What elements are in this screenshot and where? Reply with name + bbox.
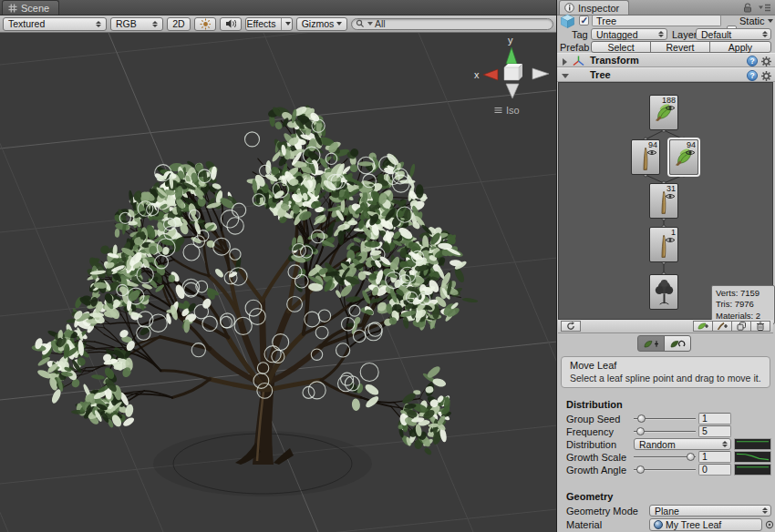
- active-checkbox[interactable]: [579, 15, 589, 26]
- lock-icon[interactable]: [743, 3, 752, 13]
- refresh-button[interactable]: [561, 321, 581, 332]
- growth-angle-slider[interactable]: [634, 464, 696, 476]
- layer-value: Default: [701, 29, 731, 40]
- foldout-open-icon[interactable]: [562, 74, 569, 78]
- tree-component-header[interactable]: Tree ?: [557, 67, 775, 82]
- branch-group-node-mid[interactable]: 94: [631, 139, 660, 175]
- gizmo-x-axis-cone[interactable]: [483, 69, 498, 80]
- dropdown-arrows-icon: [762, 507, 768, 514]
- speaker-icon: [225, 18, 236, 29]
- layer-dropdown[interactable]: Default: [696, 28, 771, 40]
- help-icon[interactable]: ?: [747, 56, 758, 66]
- material-row: Material My Tree Leaf: [557, 518, 775, 531]
- tree-hierarchy-editor[interactable]: 188 94: [558, 82, 773, 320]
- prefab-revert-button[interactable]: Revert: [650, 41, 710, 53]
- prefab-apply-button[interactable]: Apply: [709, 41, 771, 53]
- 2d-toggle-label: 2D: [172, 18, 184, 29]
- gizmo-projection-toggle[interactable]: Iso: [494, 105, 520, 116]
- growth-scale-slider[interactable]: [634, 451, 696, 463]
- foldout-closed-icon[interactable]: [563, 58, 567, 66]
- add-leaf-group-button[interactable]: [693, 321, 713, 332]
- node-count: 1: [671, 228, 676, 237]
- prefab-label: Prefab: [560, 42, 589, 53]
- tool-help-box: Move Leaf Select a leaf spline point and…: [561, 356, 770, 388]
- audio-toggle-button[interactable]: [220, 17, 242, 31]
- 2d-toggle-button[interactable]: 2D: [167, 17, 191, 31]
- dropdown-arrows-icon: [762, 31, 768, 37]
- gizmos-label: Gizmos: [302, 18, 335, 29]
- gear-icon[interactable]: [761, 56, 771, 66]
- gizmo-y-axis-cone[interactable]: [506, 47, 517, 64]
- transform-component-header[interactable]: Transform ?: [557, 53, 775, 67]
- panel-menu-icon[interactable]: [759, 4, 770, 12]
- tag-label: Tag: [572, 29, 588, 40]
- growth-angle-curve-preview[interactable]: [734, 464, 771, 476]
- search-icon: [356, 19, 366, 28]
- distribution-curve-preview[interactable]: [734, 438, 771, 450]
- tag-layer-row: Tag Untagged Layer Default: [557, 28, 775, 41]
- inspector-tab-label: Inspector: [578, 3, 619, 14]
- branch-group-node-31[interactable]: 31: [649, 183, 678, 219]
- eye-icon[interactable]: [665, 193, 676, 200]
- tree-title: Tree: [590, 69, 611, 80]
- frequency-slider[interactable]: [634, 425, 696, 437]
- lighting-toggle-button[interactable]: [194, 17, 216, 31]
- scene-search-input[interactable]: All: [351, 18, 553, 30]
- tab-scene[interactable]: Scene: [2, 0, 59, 15]
- group-seed-value[interactable]: 1: [698, 413, 731, 425]
- geometry-mode-value: Plane: [655, 506, 679, 517]
- tab-inspector[interactable]: Inspector: [559, 0, 629, 15]
- shading-mode-dropdown[interactable]: Textured: [3, 17, 107, 31]
- growth-scale-value[interactable]: 1: [698, 451, 731, 463]
- leaf-group-node-selected[interactable]: 94: [669, 139, 698, 175]
- static-dropdown-arrow-icon[interactable]: [768, 19, 773, 23]
- delete-node-button[interactable]: [750, 321, 770, 332]
- leaf-tool-buttons: [637, 335, 691, 352]
- prefab-select-button[interactable]: Select: [591, 41, 651, 53]
- effects-arrow-segment[interactable]: [281, 18, 291, 30]
- eye-icon[interactable]: [665, 237, 676, 243]
- orientation-gizmo[interactable]: y x: [467, 33, 556, 104]
- geometry-mode-dropdown[interactable]: Plane: [649, 505, 771, 517]
- eye-icon[interactable]: [685, 149, 696, 156]
- gizmo-cube-front[interactable]: [504, 67, 519, 80]
- duplicate-node-button[interactable]: [731, 321, 751, 332]
- frequency-value[interactable]: 5: [698, 425, 731, 437]
- render-channels-dropdown[interactable]: RGB: [110, 17, 163, 31]
- geometry-mode-row: Geometry Mode Plane: [557, 505, 775, 517]
- leaf-group-node-top[interactable]: 188: [649, 95, 678, 130]
- scene-viewport[interactable]: y x Iso: [0, 33, 556, 532]
- gizmos-dropdown[interactable]: Gizmos: [296, 17, 347, 31]
- gizmo-right-axis-cone[interactable]: [532, 68, 549, 79]
- group-seed-slider[interactable]: [634, 413, 696, 425]
- help-icon[interactable]: ?: [747, 70, 758, 81]
- tag-dropdown[interactable]: Untagged: [591, 28, 667, 40]
- gear-icon[interactable]: [761, 71, 771, 81]
- geometry-section-header: Geometry: [566, 491, 613, 502]
- growth-angle-value[interactable]: 0: [698, 464, 731, 476]
- material-object-field[interactable]: My Tree Leaf: [649, 518, 762, 531]
- branch-group-node-1[interactable]: 1: [649, 227, 678, 262]
- material-value: My Tree Leaf: [666, 519, 721, 530]
- layer-label: Layer: [672, 29, 698, 40]
- dropdown-arrows-icon: [722, 441, 728, 447]
- tool-help-title: Move Leaf: [570, 360, 761, 371]
- object-picker-icon[interactable]: [765, 520, 774, 529]
- scene-tab-label: Scene: [21, 3, 49, 14]
- tree-root-node[interactable]: [649, 274, 678, 310]
- rotate-leaf-tool-button[interactable]: [664, 335, 691, 352]
- prefab-row: Prefab Select Revert Apply: [557, 41, 775, 54]
- growth-scale-curve-preview[interactable]: [734, 451, 771, 463]
- gizmo-down-axis-cone[interactable]: [506, 84, 519, 98]
- refresh-icon: [566, 322, 575, 331]
- effects-dropdown[interactable]: Effects: [245, 17, 293, 31]
- gameobject-name-field[interactable]: Tree: [592, 15, 721, 26]
- scene-toolbar: Textured RGB 2D: [0, 15, 556, 33]
- eye-icon[interactable]: [646, 149, 657, 156]
- shading-mode-value: Textured: [8, 18, 45, 29]
- distribution-mode-dropdown[interactable]: Random: [634, 438, 731, 450]
- eye-icon[interactable]: [665, 105, 676, 111]
- move-leaf-tool-button[interactable]: [637, 335, 665, 352]
- inspector-panel: Inspector Tree: [557, 0, 775, 532]
- add-branch-group-button[interactable]: [712, 321, 732, 332]
